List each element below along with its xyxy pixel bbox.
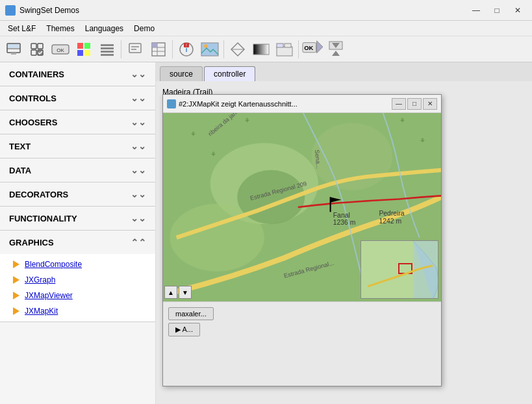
menu-setlf[interactable]: Set L&F bbox=[3, 23, 41, 34]
sidebar-section-containers: CONTAINERS ⌄⌄ bbox=[0, 62, 155, 86]
triangle-icon bbox=[13, 260, 19, 268]
svg-text:⚘: ⚘ bbox=[420, 137, 425, 144]
sidebar-item-jxmapkit[interactable]: JXMapKit bbox=[0, 303, 155, 319]
toolbar-btn-color[interactable] bbox=[73, 38, 95, 60]
play-button[interactable]: ▶ A... bbox=[168, 323, 200, 336]
toolbar-btn-checkbox[interactable] bbox=[26, 38, 48, 60]
svg-rect-16 bbox=[101, 51, 114, 53]
toolbar-btn-gradient[interactable] bbox=[250, 38, 272, 60]
svg-text:OK: OK bbox=[57, 47, 64, 53]
toolbar: OK bbox=[0, 36, 532, 62]
controller-area: maxaler... ▶ A... bbox=[163, 301, 441, 386]
triangle-icon bbox=[13, 276, 19, 284]
sidebar-section-graphics: GRAPHICS ⌄⌄ BlendComposite JXGraph JXMap… bbox=[0, 231, 155, 322]
controls-label: CONTROLS bbox=[9, 94, 57, 103]
float-app-icon bbox=[167, 99, 176, 108]
svg-text:Fanal: Fanal bbox=[333, 212, 350, 219]
svg-point-31 bbox=[204, 44, 208, 48]
tab-controller[interactable]: controller bbox=[204, 66, 255, 81]
sidebar-header-decorators[interactable]: DECORATORS ⌄⌄ bbox=[0, 183, 155, 206]
jxmapviewer-label: JXMapViewer bbox=[25, 291, 73, 300]
maxaler-button[interactable]: maxaler... bbox=[168, 307, 214, 320]
containers-label: CONTAINERS bbox=[9, 69, 64, 79]
jxgraph-label: JXGraph bbox=[25, 275, 55, 284]
choosers-chevron: ⌄⌄ bbox=[131, 117, 146, 127]
float-window: #2:JXMapKit zeigt Kartenausschnitt... — … bbox=[162, 94, 442, 386]
sidebar-header-controls[interactable]: CONTROLS ⌄⌄ bbox=[0, 86, 155, 110]
blendcomposite-label: BlendComposite bbox=[25, 260, 82, 269]
svg-rect-11 bbox=[84, 43, 90, 49]
app-title: SwingSet Demos bbox=[19, 6, 467, 15]
close-button[interactable]: ✕ bbox=[509, 4, 527, 17]
float-title: #2:JXMapKit zeigt Kartenausschnitt... bbox=[179, 100, 392, 108]
toolbar-btn-list[interactable] bbox=[96, 38, 118, 60]
toolbar-btn-text[interactable] bbox=[124, 38, 146, 60]
checkbox-icon bbox=[30, 42, 44, 57]
containers-chevron: ⌄⌄ bbox=[131, 69, 146, 79]
sidebar-item-jxmapviewer[interactable]: JXMapViewer bbox=[0, 288, 155, 303]
decorators-chevron: ⌄⌄ bbox=[131, 189, 146, 199]
float-minimize-btn[interactable]: — bbox=[392, 98, 406, 110]
filetabs-icon bbox=[275, 42, 294, 57]
main-layout: CONTAINERS ⌄⌄ CONTROLS ⌄⌄ CHOOSERS ⌄⌄ TE… bbox=[0, 62, 532, 404]
sidebar-item-jxgraph[interactable]: JXGraph bbox=[0, 272, 155, 288]
toolbar-btn-info[interactable]: i ! bbox=[175, 38, 197, 60]
float-maximize-btn[interactable]: □ bbox=[407, 98, 422, 110]
menubar: Set L&F Themes Languages Demo bbox=[0, 21, 532, 36]
sidebar-header-data[interactable]: DATA ⌄⌄ bbox=[0, 158, 155, 182]
data-label: DATA bbox=[9, 166, 31, 175]
toolbar-btn-filetabs[interactable] bbox=[273, 38, 296, 60]
sidebar-header-text[interactable]: TEXT ⌄⌄ bbox=[0, 134, 155, 158]
svg-rect-25 bbox=[152, 43, 157, 47]
toolbar-btn-diamond[interactable] bbox=[227, 38, 249, 60]
tab-source[interactable]: source bbox=[160, 66, 203, 81]
map-nav-arrows: ▲ ▼ bbox=[164, 286, 192, 299]
sidebar: CONTAINERS ⌄⌄ CONTROLS ⌄⌄ CHOOSERS ⌄⌄ TE… bbox=[0, 62, 156, 404]
sidebar-header-choosers[interactable]: CHOOSERS ⌄⌄ bbox=[0, 110, 155, 134]
diamond-icon bbox=[230, 42, 246, 57]
functionality-chevron: ⌄⌄ bbox=[131, 213, 146, 223]
sidebar-header-containers[interactable]: CONTAINERS ⌄⌄ bbox=[0, 62, 155, 86]
sidebar-header-functionality[interactable]: FUNCTIONALITY ⌄⌄ bbox=[0, 207, 155, 230]
triangle-icon bbox=[13, 292, 19, 299]
app-icon bbox=[5, 5, 16, 16]
desktop-icon bbox=[6, 42, 21, 57]
sidebar-item-blendcomposite[interactable]: BlendComposite bbox=[0, 257, 155, 272]
toolbar-separator-1 bbox=[121, 40, 121, 58]
sidebar-header-graphics[interactable]: GRAPHICS ⌄⌄ bbox=[0, 231, 155, 254]
svg-text:⚘: ⚘ bbox=[210, 151, 216, 158]
svg-rect-15 bbox=[101, 47, 114, 49]
float-close-btn[interactable]: ✕ bbox=[423, 98, 437, 110]
toolbar-btn-ok[interactable]: OK bbox=[301, 38, 323, 60]
svg-rect-18 bbox=[129, 44, 141, 53]
toolbar-btn-table[interactable] bbox=[147, 38, 170, 60]
table-icon bbox=[151, 42, 166, 57]
menu-languages[interactable]: Languages bbox=[80, 23, 129, 34]
nav-arrow-down[interactable]: ▼ bbox=[179, 286, 192, 299]
svg-rect-37 bbox=[285, 44, 291, 47]
map-container[interactable]: Fanal 1236 m Pedreira 1242 m Estrada Reg… bbox=[163, 113, 441, 301]
window-controls: — □ ✕ bbox=[467, 4, 527, 17]
toolbar-separator-4 bbox=[298, 40, 299, 58]
toolbar-btn-image[interactable] bbox=[199, 38, 221, 60]
svg-rect-5 bbox=[38, 44, 43, 49]
menu-themes[interactable]: Themes bbox=[41, 23, 79, 34]
toolbar-separator-3 bbox=[223, 40, 224, 58]
toolbar-btn-desktop[interactable] bbox=[3, 38, 25, 60]
menu-demo[interactable]: Demo bbox=[129, 23, 160, 34]
svg-rect-35 bbox=[277, 47, 292, 56]
minimize-button[interactable]: — bbox=[467, 4, 485, 17]
toolbar-btn-button[interactable]: OK bbox=[49, 38, 71, 60]
sidebar-section-choosers: CHOOSERS ⌄⌄ bbox=[0, 110, 155, 134]
inset-map-svg bbox=[361, 241, 438, 299]
controls-chevron: ⌄⌄ bbox=[131, 93, 146, 103]
sidebar-section-controls: CONTROLS ⌄⌄ bbox=[0, 86, 155, 110]
play-row: ▶ A... bbox=[168, 323, 436, 336]
float-win-controls: — □ ✕ bbox=[392, 98, 437, 110]
toolbar-btn-arrows[interactable] bbox=[325, 38, 347, 60]
svg-rect-34 bbox=[253, 44, 269, 55]
color-icon bbox=[76, 42, 92, 57]
inset-map bbox=[361, 240, 438, 299]
maximize-button[interactable]: □ bbox=[488, 4, 506, 17]
nav-arrow-up[interactable]: ▲ bbox=[164, 286, 177, 299]
